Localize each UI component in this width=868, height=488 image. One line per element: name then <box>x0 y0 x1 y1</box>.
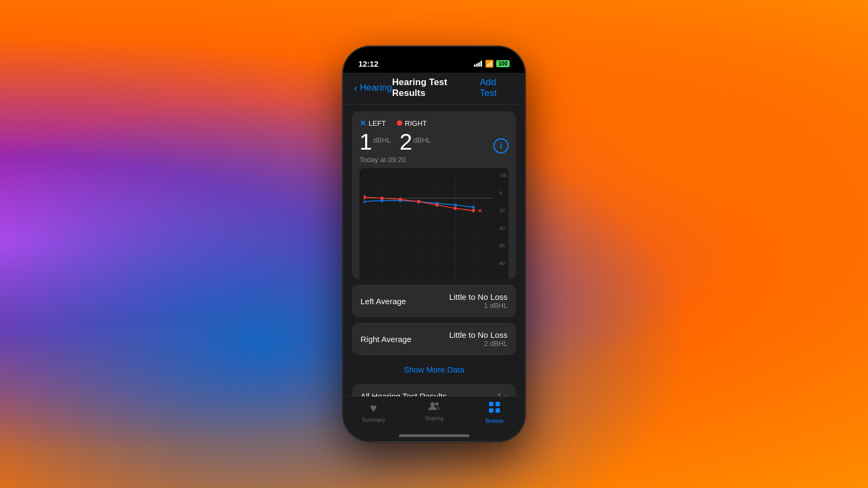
left-average-value: 1 dBHL <box>449 301 508 310</box>
signal-icon <box>474 61 482 67</box>
nav-bar: ‹ Hearing Hearing Test Results Add Test <box>343 73 525 105</box>
browse-icon <box>489 401 501 416</box>
left-average-status: Little to No Loss <box>449 292 508 301</box>
back-chevron-icon: ‹ <box>354 82 358 94</box>
right-average-status: Little to No Loss <box>449 330 508 339</box>
values-left: 1 dBHL 2 dBHL <box>360 131 431 153</box>
right-value: 2 <box>399 131 412 153</box>
wifi-icon: 📶 <box>485 60 494 68</box>
audiogram-chart: ✕ ✕ ✕ ✕ ✕ ✕ ✕ <box>360 168 509 279</box>
svg-point-27 <box>417 200 420 203</box>
status-icons: 📶 100 <box>474 60 510 68</box>
right-marker-icon <box>397 120 402 126</box>
summary-label: Summary <box>362 417 385 423</box>
right-average-result: Little to No Loss 2 dBHL <box>449 330 508 348</box>
tab-browse[interactable]: Browse <box>464 401 525 424</box>
svg-point-26 <box>399 198 401 201</box>
legend-right: RIGHT <box>397 119 426 127</box>
legend-left: ✕ LEFT <box>360 119 386 127</box>
left-value-group: 1 dBHL <box>360 131 391 153</box>
left-average-label: Left Average <box>361 297 406 306</box>
svg-point-25 <box>380 196 383 200</box>
audiogram-card: ✕ LEFT RIGHT 1 dBHL <box>352 111 516 279</box>
show-more-button[interactable]: Show More Data <box>352 361 516 378</box>
right-average-label: Right Average <box>361 335 412 344</box>
right-value-group: 2 dBHL <box>399 131 431 153</box>
chart-y-labels: -20 0 20 40 60 80 100 120 <box>499 172 507 279</box>
values-row: 1 dBHL 2 dBHL i <box>360 131 509 153</box>
tab-summary[interactable]: ♥ Summary <box>343 401 404 423</box>
tab-sharing[interactable]: Sharing <box>404 401 464 421</box>
status-time: 12:12 <box>359 59 379 68</box>
svg-rect-36 <box>496 402 500 406</box>
back-button[interactable]: ‹ Hearing <box>354 82 392 94</box>
svg-text:✕: ✕ <box>364 198 366 205</box>
left-label: LEFT <box>369 119 386 127</box>
svg-point-30 <box>472 209 475 212</box>
phone-wrapper: 12:12 📶 100 ‹ <box>343 47 525 441</box>
svg-rect-35 <box>489 402 494 406</box>
browse-label: Browse <box>486 418 503 424</box>
chart-grid-svg: ✕ ✕ ✕ ✕ ✕ ✕ ✕ <box>364 172 493 279</box>
svg-point-29 <box>454 207 456 210</box>
back-label: Hearing <box>360 82 392 93</box>
screen: 12:12 📶 100 ‹ <box>343 47 525 441</box>
main-content: ✕ LEFT RIGHT 1 dBHL <box>343 105 525 415</box>
svg-rect-37 <box>489 408 494 413</box>
dynamic-island <box>401 52 467 70</box>
summary-icon: ♥ <box>370 401 377 415</box>
left-unit: dBHL <box>373 136 391 144</box>
timestamp: Today at 09:20 <box>360 156 509 164</box>
svg-rect-38 <box>496 408 500 413</box>
sharing-label: Sharing <box>425 415 443 421</box>
left-value: 1 <box>360 131 372 153</box>
svg-text:R: R <box>478 208 482 214</box>
right-label: RIGHT <box>405 119 426 127</box>
right-average-value: 2 dBHL <box>449 339 508 348</box>
left-average-result: Little to No Loss 1 dBHL <box>449 292 508 310</box>
add-test-button[interactable]: Add Test <box>480 77 514 99</box>
status-bar: 12:12 📶 100 <box>343 47 525 73</box>
info-button[interactable]: i <box>494 138 509 153</box>
legend-row: ✕ LEFT RIGHT <box>360 119 509 127</box>
svg-point-34 <box>435 402 438 406</box>
sharing-icon <box>428 401 440 414</box>
svg-point-28 <box>436 203 438 207</box>
nav-title: Hearing Test Results <box>392 77 480 99</box>
battery-icon: 100 <box>496 60 510 67</box>
right-average-row: Right Average Little to No Loss 2 dBHL <box>352 323 516 355</box>
phone-device: 12:12 📶 100 ‹ <box>343 47 525 441</box>
home-indicator <box>399 434 469 437</box>
left-marker-icon: ✕ <box>360 119 366 127</box>
left-average-row: Left Average Little to No Loss 1 dBHL <box>352 285 516 317</box>
right-unit: dBHL <box>413 136 431 144</box>
svg-point-33 <box>430 402 435 407</box>
